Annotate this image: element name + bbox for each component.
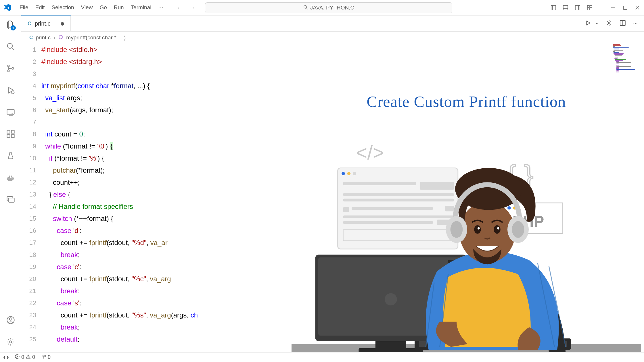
editor-area: C print.c ⋯	[21, 16, 644, 352]
svg-rect-4	[563, 5, 568, 10]
svg-point-31	[9, 318, 12, 320]
close-icon[interactable]	[634, 5, 641, 11]
error-icon	[15, 354, 20, 360]
svg-point-98	[28, 357, 28, 358]
svg-rect-10	[587, 8, 589, 10]
tab-filename: print.c	[35, 20, 50, 27]
tab-print-c[interactable]: C print.c	[21, 16, 71, 31]
svg-point-18	[7, 65, 9, 67]
comments-icon[interactable]	[4, 192, 18, 206]
layout-customize-icon[interactable]	[586, 5, 593, 11]
command-center-text: JAVA, PYTHON,C	[310, 5, 354, 11]
problems-status[interactable]: 0 0	[15, 354, 35, 360]
layout-bottom-icon[interactable]	[562, 5, 569, 11]
breadcrumb-symbol-icon	[58, 34, 63, 41]
breadcrumb-c-icon: C	[29, 35, 33, 41]
warning-icon	[26, 354, 30, 360]
tabs-row: C print.c ⋯	[21, 16, 644, 32]
run-file-icon[interactable]	[584, 19, 592, 28]
svg-rect-11	[590, 8, 592, 10]
minimize-icon[interactable]	[610, 5, 616, 11]
svg-point-21	[12, 91, 14, 94]
status-bar: 0 0 0	[0, 352, 644, 362]
svg-point-16	[7, 43, 13, 49]
svg-point-0	[304, 5, 307, 8]
menu-edit[interactable]: Edit	[32, 3, 48, 13]
code-content[interactable]: #include <stdio.h>#include <stdarg.h>int…	[41, 44, 644, 352]
line-number-gutter: 1234567891011121314151617181920212223242…	[21, 44, 41, 352]
svg-point-33	[608, 22, 610, 24]
svg-rect-26	[12, 135, 14, 138]
window-controls	[550, 5, 641, 11]
menu-more-icon[interactable]: ⋯	[155, 3, 166, 13]
tab-dirty-indicator-icon	[61, 22, 64, 26]
layout-left-icon[interactable]	[550, 5, 557, 11]
warning-count: 0	[32, 354, 35, 360]
nav-forward-icon[interactable]: →	[188, 3, 196, 12]
title-bar: File Edit Selection View Go Run Terminal…	[0, 0, 644, 16]
breadcrumb-filename: print.c	[36, 34, 51, 41]
radio-tower-icon	[41, 354, 46, 360]
breadcrumb[interactable]: C print.c › myprintf(const char *, ...)	[21, 32, 644, 44]
run-dropdown-icon[interactable]	[594, 20, 600, 27]
editor-settings-icon[interactable]	[605, 19, 614, 28]
command-center[interactable]: JAVA, PYTHON,C	[205, 2, 452, 13]
svg-point-19	[7, 70, 9, 72]
vscode-logo-icon	[3, 4, 12, 12]
ports-status[interactable]: 0	[41, 354, 51, 360]
svg-rect-9	[590, 5, 592, 7]
menu-terminal[interactable]: Terminal	[128, 3, 154, 13]
svg-rect-8	[587, 5, 589, 7]
svg-point-20	[12, 68, 14, 69]
svg-point-32	[9, 341, 12, 343]
search-icon	[303, 5, 308, 11]
split-editor-icon[interactable]	[619, 19, 627, 28]
svg-rect-13	[624, 6, 627, 9]
menu-run[interactable]: Run	[111, 3, 127, 13]
search-activity-icon[interactable]	[4, 40, 18, 53]
svg-rect-24	[7, 130, 10, 133]
c-file-icon: C	[28, 21, 31, 27]
menu-file[interactable]: File	[17, 3, 31, 13]
code-editor[interactable]: 1234567891011121314151617181920212223242…	[21, 44, 644, 352]
remote-explorer-icon[interactable]	[4, 105, 18, 119]
more-actions-icon[interactable]: ⋯	[632, 20, 639, 27]
error-count: 0	[21, 354, 24, 360]
minimap[interactable]	[612, 44, 643, 107]
source-control-icon[interactable]	[4, 61, 18, 75]
svg-rect-2	[551, 5, 556, 10]
nav-arrows: ← →	[175, 3, 196, 12]
nav-back-icon[interactable]: ←	[175, 3, 183, 12]
svg-line-17	[12, 48, 14, 50]
menu-go[interactable]: Go	[97, 3, 110, 13]
menu-bar: File Edit Selection View Go Run Terminal…	[17, 3, 166, 13]
svg-line-1	[306, 8, 308, 9]
remote-status-icon[interactable]	[3, 355, 9, 360]
breadcrumb-symbol: myprintf(const char *, ...)	[66, 34, 126, 41]
breadcrumb-chevron-icon: ›	[53, 34, 55, 41]
svg-rect-29	[9, 198, 14, 202]
layout-right-icon[interactable]	[574, 5, 581, 11]
tab-actions: ⋯	[584, 16, 644, 31]
explorer-badge: 1	[11, 25, 16, 30]
activity-bar: 1	[0, 16, 21, 352]
testing-icon[interactable]	[4, 149, 18, 163]
svg-rect-6	[575, 5, 580, 10]
docker-icon[interactable]	[4, 171, 18, 184]
maximize-icon[interactable]	[622, 5, 628, 11]
svg-rect-22	[7, 109, 14, 114]
accounts-icon[interactable]	[4, 313, 18, 327]
run-debug-icon[interactable]	[4, 83, 18, 97]
menu-selection[interactable]: Selection	[49, 3, 77, 13]
settings-gear-icon[interactable]	[4, 335, 18, 349]
svg-rect-27	[12, 130, 14, 133]
svg-rect-25	[7, 135, 10, 138]
extensions-icon[interactable]	[4, 127, 18, 141]
explorer-icon[interactable]: 1	[4, 18, 18, 32]
menu-view[interactable]: View	[78, 3, 96, 13]
ports-count: 0	[48, 354, 51, 360]
